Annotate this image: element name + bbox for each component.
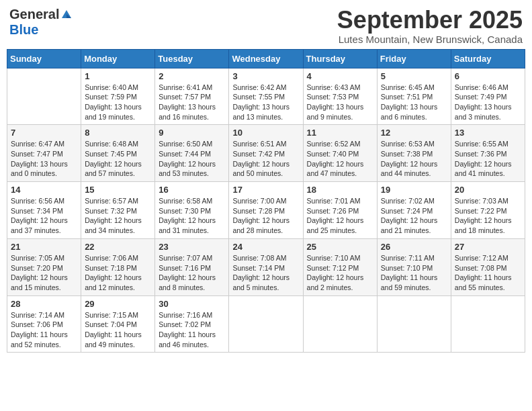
calendar-header-friday: Friday <box>377 49 451 68</box>
calendar-header-sunday: Sunday <box>7 49 81 68</box>
day-number: 20 <box>455 185 521 195</box>
calendar-week-row: 1Sunrise: 6:40 AMSunset: 7:59 PMDaylight… <box>7 68 525 125</box>
logo-general-text: General <box>9 7 59 22</box>
day-number: 26 <box>381 242 447 252</box>
day-number: 22 <box>85 242 151 252</box>
day-number: 28 <box>11 299 77 309</box>
day-number: 10 <box>232 128 299 138</box>
day-number: 16 <box>159 185 225 195</box>
day-number: 24 <box>232 242 299 252</box>
day-number: 30 <box>159 299 225 309</box>
day-info: Sunrise: 7:15 AMSunset: 7:04 PMDaylight:… <box>85 310 151 350</box>
day-number: 5 <box>381 71 447 81</box>
calendar-cell <box>451 295 525 353</box>
calendar-cell: 9Sunrise: 6:50 AMSunset: 7:44 PMDaylight… <box>155 125 229 182</box>
day-number: 29 <box>85 299 151 309</box>
day-info: Sunrise: 7:11 AMSunset: 7:10 PMDaylight:… <box>381 253 447 293</box>
calendar-cell: 7Sunrise: 6:47 AMSunset: 7:47 PMDaylight… <box>7 125 81 182</box>
day-info: Sunrise: 6:45 AMSunset: 7:51 PMDaylight:… <box>381 83 447 122</box>
calendar-cell: 1Sunrise: 6:40 AMSunset: 7:59 PMDaylight… <box>81 68 155 125</box>
day-number: 14 <box>11 185 77 195</box>
subtitle: Lutes Mountain, New Brunswick, Canada <box>337 34 523 45</box>
day-info: Sunrise: 6:51 AMSunset: 7:42 PMDaylight:… <box>232 139 299 179</box>
calendar-cell: 8Sunrise: 6:48 AMSunset: 7:45 PMDaylight… <box>81 125 155 182</box>
calendar-cell: 28Sunrise: 7:14 AMSunset: 7:06 PMDayligh… <box>7 295 81 353</box>
day-info: Sunrise: 6:56 AMSunset: 7:34 PMDaylight:… <box>11 196 77 236</box>
calendar-cell: 29Sunrise: 7:15 AMSunset: 7:04 PMDayligh… <box>81 295 155 353</box>
day-info: Sunrise: 7:03 AMSunset: 7:22 PMDaylight:… <box>455 196 521 236</box>
day-number: 19 <box>381 185 447 195</box>
calendar-week-row: 14Sunrise: 6:56 AMSunset: 7:34 PMDayligh… <box>7 182 525 239</box>
day-number: 25 <box>307 242 373 252</box>
day-number: 4 <box>307 71 373 81</box>
calendar-cell <box>303 295 377 353</box>
calendar-cell: 21Sunrise: 7:05 AMSunset: 7:20 PMDayligh… <box>7 238 81 295</box>
calendar-header-wednesday: Wednesday <box>229 49 303 68</box>
calendar-cell: 11Sunrise: 6:52 AMSunset: 7:40 PMDayligh… <box>303 125 377 182</box>
calendar-cell: 23Sunrise: 7:07 AMSunset: 7:16 PMDayligh… <box>155 238 229 295</box>
day-number: 18 <box>307 185 373 195</box>
calendar-cell: 14Sunrise: 6:56 AMSunset: 7:34 PMDayligh… <box>7 182 81 239</box>
calendar-cell: 19Sunrise: 7:02 AMSunset: 7:24 PMDayligh… <box>377 182 451 239</box>
day-number: 9 <box>159 128 225 138</box>
calendar-cell: 3Sunrise: 6:42 AMSunset: 7:55 PMDaylight… <box>229 68 303 125</box>
day-info: Sunrise: 7:12 AMSunset: 7:08 PMDaylight:… <box>455 253 521 293</box>
day-number: 11 <box>307 128 373 138</box>
day-info: Sunrise: 6:55 AMSunset: 7:36 PMDaylight:… <box>455 139 521 179</box>
calendar-header-row: SundayMondayTuesdayWednesdayThursdayFrid… <box>7 49 525 68</box>
calendar-cell <box>377 295 451 353</box>
day-info: Sunrise: 7:05 AMSunset: 7:20 PMDaylight:… <box>11 253 77 293</box>
day-number: 8 <box>85 128 151 138</box>
calendar-week-row: 21Sunrise: 7:05 AMSunset: 7:20 PMDayligh… <box>7 238 525 295</box>
calendar-cell: 12Sunrise: 6:53 AMSunset: 7:38 PMDayligh… <box>377 125 451 182</box>
calendar-cell: 30Sunrise: 7:16 AMSunset: 7:02 PMDayligh… <box>155 295 229 353</box>
calendar-week-row: 28Sunrise: 7:14 AMSunset: 7:06 PMDayligh… <box>7 295 525 353</box>
day-info: Sunrise: 7:00 AMSunset: 7:28 PMDaylight:… <box>232 196 299 236</box>
day-info: Sunrise: 7:07 AMSunset: 7:16 PMDaylight:… <box>159 253 225 293</box>
calendar-cell: 5Sunrise: 6:45 AMSunset: 7:51 PMDaylight… <box>377 68 451 125</box>
day-info: Sunrise: 6:40 AMSunset: 7:59 PMDaylight:… <box>85 83 151 122</box>
day-info: Sunrise: 6:52 AMSunset: 7:40 PMDaylight:… <box>307 139 373 179</box>
calendar-week-row: 7Sunrise: 6:47 AMSunset: 7:47 PMDaylight… <box>7 125 525 182</box>
day-info: Sunrise: 7:08 AMSunset: 7:14 PMDaylight:… <box>232 253 299 293</box>
calendar-cell: 25Sunrise: 7:10 AMSunset: 7:12 PMDayligh… <box>303 238 377 295</box>
day-number: 1 <box>85 71 151 81</box>
calendar-cell: 10Sunrise: 6:51 AMSunset: 7:42 PMDayligh… <box>229 125 303 182</box>
calendar-cell: 2Sunrise: 6:41 AMSunset: 7:57 PMDaylight… <box>155 68 229 125</box>
day-info: Sunrise: 6:46 AMSunset: 7:49 PMDaylight:… <box>455 83 521 122</box>
day-number: 12 <box>381 128 447 138</box>
day-number: 23 <box>159 242 225 252</box>
day-info: Sunrise: 7:06 AMSunset: 7:18 PMDaylight:… <box>85 253 151 293</box>
month-title: September 2025 <box>337 7 523 34</box>
calendar-cell: 17Sunrise: 7:00 AMSunset: 7:28 PMDayligh… <box>229 182 303 239</box>
calendar-header-monday: Monday <box>81 49 155 68</box>
day-info: Sunrise: 7:10 AMSunset: 7:12 PMDaylight:… <box>307 253 373 293</box>
day-info: Sunrise: 6:53 AMSunset: 7:38 PMDaylight:… <box>381 139 447 179</box>
day-info: Sunrise: 6:47 AMSunset: 7:47 PMDaylight:… <box>11 139 77 179</box>
day-info: Sunrise: 7:16 AMSunset: 7:02 PMDaylight:… <box>159 310 225 350</box>
calendar-cell: 22Sunrise: 7:06 AMSunset: 7:18 PMDayligh… <box>81 238 155 295</box>
day-info: Sunrise: 7:01 AMSunset: 7:26 PMDaylight:… <box>307 196 373 236</box>
logo-icon <box>60 9 73 21</box>
day-info: Sunrise: 6:41 AMSunset: 7:57 PMDaylight:… <box>159 83 225 122</box>
calendar-table: SundayMondayTuesdayWednesdayThursdayFrid… <box>7 49 525 353</box>
calendar-cell: 24Sunrise: 7:08 AMSunset: 7:14 PMDayligh… <box>229 238 303 295</box>
day-number: 15 <box>85 185 151 195</box>
calendar-cell: 26Sunrise: 7:11 AMSunset: 7:10 PMDayligh… <box>377 238 451 295</box>
logo: General Blue <box>9 7 73 38</box>
calendar-cell: 20Sunrise: 7:03 AMSunset: 7:22 PMDayligh… <box>451 182 525 239</box>
calendar-header-tuesday: Tuesday <box>155 49 229 68</box>
calendar-header-saturday: Saturday <box>451 49 525 68</box>
day-info: Sunrise: 6:42 AMSunset: 7:55 PMDaylight:… <box>232 83 299 122</box>
day-info: Sunrise: 6:50 AMSunset: 7:44 PMDaylight:… <box>159 139 225 179</box>
title-block: September 2025 Lutes Mountain, New Bruns… <box>337 7 523 45</box>
calendar-cell: 15Sunrise: 6:57 AMSunset: 7:32 PMDayligh… <box>81 182 155 239</box>
calendar-cell: 18Sunrise: 7:01 AMSunset: 7:26 PMDayligh… <box>303 182 377 239</box>
calendar-cell: 27Sunrise: 7:12 AMSunset: 7:08 PMDayligh… <box>451 238 525 295</box>
day-number: 13 <box>455 128 521 138</box>
page-header: General Blue September 2025 Lutes Mounta… <box>7 7 525 45</box>
logo-blue-text: Blue <box>9 22 38 38</box>
day-number: 27 <box>455 242 521 252</box>
calendar-cell: 4Sunrise: 6:43 AMSunset: 7:53 PMDaylight… <box>303 68 377 125</box>
calendar-cell: 13Sunrise: 6:55 AMSunset: 7:36 PMDayligh… <box>451 125 525 182</box>
